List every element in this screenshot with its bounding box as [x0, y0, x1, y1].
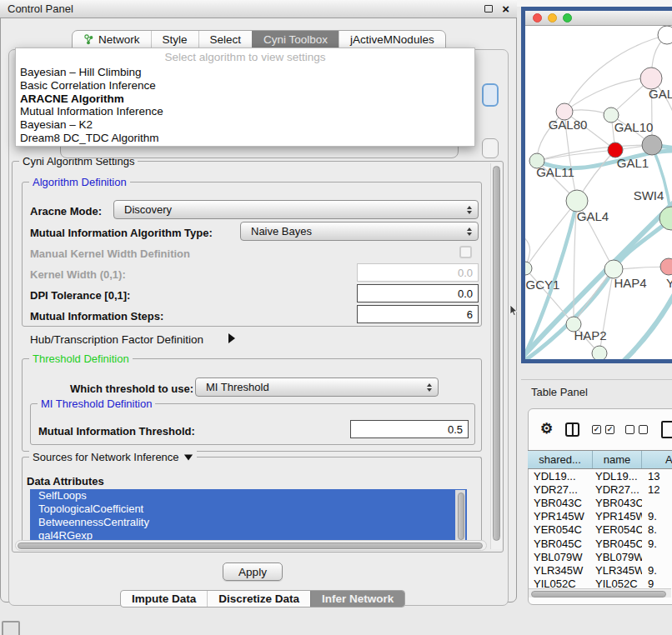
tab-select[interactable]: Select	[198, 31, 253, 48]
hub-section-label[interactable]: Hub/Transcription Factor Definition	[30, 333, 203, 346]
column-header-shared[interactable]: shared...	[528, 451, 593, 468]
algorithm-option-aracne-algorithm[interactable]: ARACNE Algorithm	[16, 92, 474, 106]
settings-vscrollbar-track[interactable]	[490, 163, 502, 549]
float-window-icon[interactable]	[484, 5, 493, 12]
tab-style[interactable]: Style	[151, 31, 198, 48]
mi-steps-field[interactable]: 6	[357, 305, 479, 323]
tab-network[interactable]: Network	[73, 31, 151, 48]
desktop: Control Panel × NetworkStyleSelectCyni T…	[0, 0, 672, 635]
network-node[interactable]	[658, 26, 672, 44]
tab-label: Cyni Toolbox	[263, 33, 328, 46]
table-hscrollbar-thumb[interactable]	[531, 591, 666, 598]
network-canvas[interactable]: GALGAL80GAL10GAL1GAL11GAL4SWI4GCY1HAP4YH…	[525, 26, 672, 359]
table-cell: 12	[642, 483, 672, 496]
network-node-gcy1[interactable]	[525, 262, 532, 275]
table-row[interactable]: YBL079WYBL079W	[528, 550, 672, 563]
node-label-gal1: GAL1	[617, 156, 649, 170]
algorithm-option-bayesian-k2[interactable]: Bayesian – K2	[16, 118, 474, 132]
combo-stepper-fragment[interactable]	[482, 83, 499, 107]
table-row[interactable]: YPR145WYPR145W9.	[528, 510, 672, 523]
network-node[interactable]	[642, 135, 662, 155]
close-icon[interactable]: ×	[502, 2, 509, 15]
node-label-hap2: HAP2	[574, 328, 606, 342]
traffic-light-zoom[interactable]	[563, 13, 572, 22]
table-cell: 8.	[642, 523, 672, 536]
traffic-light-minimize[interactable]	[548, 13, 557, 22]
network-node[interactable]	[592, 346, 607, 359]
network-edge[interactable]	[604, 292, 672, 359]
tab-label: Impute Data	[132, 592, 196, 605]
network-node-y[interactable]	[660, 258, 672, 275]
bottom-tab-discretize-data[interactable]: Discretize Data	[207, 591, 310, 607]
data-attributes-list[interactable]: SelfLoopsTopologicalCoefficientBetweenne…	[30, 489, 467, 545]
attribute-item-selfloops[interactable]: SelfLoops	[30, 489, 467, 502]
table-cell: YPR145W	[593, 510, 642, 522]
aracne-mode-label: Aracne Mode:	[30, 205, 102, 218]
gear-icon[interactable]: ⚙	[540, 420, 553, 438]
control-panel-title: Control Panel	[8, 2, 484, 15]
table-hscrollbar-track[interactable]	[529, 588, 671, 598]
split-columns-icon[interactable]	[565, 422, 579, 437]
kernel-width-field[interactable]: 0.0	[357, 263, 479, 282]
attributes-vscrollbar-thumb[interactable]	[458, 492, 464, 540]
control-panel-tabbar: NetworkStyleSelectCyni ToolboxjActiveMNo…	[72, 30, 446, 49]
column-header-name[interactable]: name	[593, 451, 642, 468]
attribute-item-topologicalcoefficient[interactable]: TopologicalCoefficient	[30, 502, 467, 516]
table-cell: 9.	[642, 510, 672, 522]
table-row[interactable]: YDL19...YDL19...13	[528, 469, 672, 482]
table-panel-divider	[521, 379, 672, 380]
settings-hscrollbar-track[interactable]	[15, 540, 487, 551]
table-row[interactable]: YDR27...YDR27...12	[528, 482, 672, 496]
collapse-down-icon[interactable]	[183, 454, 192, 460]
node-label-gal80: GAL80	[549, 118, 588, 132]
table-cell: YDL19...	[528, 470, 593, 482]
algorithm-option-basic-correlation-inference[interactable]: Basic Correlation Inference	[16, 79, 474, 92]
table-row[interactable]: YBR045CYBR045C9.	[528, 537, 672, 550]
traffic-light-close[interactable]	[533, 13, 542, 22]
network-edge[interactable]	[564, 78, 651, 112]
table-row[interactable]: YBR043CYBR043C	[528, 496, 672, 509]
table-row[interactable]: YLR345WYLR345W9.	[528, 563, 672, 577]
table-row[interactable]: YER054CYER054C8.	[528, 523, 672, 537]
apply-button[interactable]: Apply	[223, 562, 283, 581]
which-threshold-combo[interactable]: MI Threshold	[195, 378, 439, 397]
algorithm-option-bayesian-hill-climbing[interactable]: Bayesian – Hill Climbing	[16, 66, 474, 79]
bottom-tab-impute-data[interactable]: Impute Data	[121, 591, 207, 607]
minimized-panel-icon[interactable]	[2, 621, 20, 635]
mi-threshold-field[interactable]: 0.5	[350, 420, 469, 438]
which-threshold-label: Which threshold to use:	[70, 382, 193, 395]
node-label-gcy1: GCY1	[526, 278, 560, 292]
table-cell: 9.	[642, 564, 672, 577]
manual-kernel-width-checkbox[interactable]	[459, 246, 472, 258]
tab-cyni-toolbox[interactable]: Cyni Toolbox	[252, 31, 339, 48]
attribute-item-betweennesscentrality[interactable]: BetweennessCentrality	[30, 516, 467, 529]
mi-algorithm-type-combo[interactable]: Naive Bayes	[240, 222, 479, 241]
node-label-gal10: GAL10	[614, 120, 654, 134]
settings-vscrollbar-thumb[interactable]	[493, 166, 500, 541]
table-cell: YDR27...	[528, 483, 593, 496]
tab-label: Network	[98, 33, 140, 46]
algorithm-option-dream8-dc-tdc-algorithm[interactable]: Dream8 DC_TDC Algorithm	[16, 132, 474, 145]
table-cell: YLR345W	[528, 564, 593, 577]
dpi-tolerance-field[interactable]: 0.0	[357, 284, 479, 302]
combo-corner-fragment	[482, 138, 499, 158]
settings-hscrollbar-thumb[interactable]	[18, 542, 483, 549]
table-cell: YBL079W	[593, 551, 642, 563]
unchecked-checkbox-icon[interactable]	[625, 425, 634, 434]
table-cell: YBL079W	[528, 551, 593, 563]
checked-checkbox-icon[interactable]: ✓	[592, 425, 601, 434]
checked-checkbox-icon[interactable]: ✓	[605, 425, 614, 434]
document-icon[interactable]	[661, 421, 672, 438]
tab-jactivemnodules[interactable]: jActiveMNodules	[339, 31, 445, 48]
column-header-a[interactable]: A	[642, 451, 672, 468]
aracne-mode-combo[interactable]: Discovery	[113, 200, 479, 219]
table-cell: YBR045C	[593, 538, 642, 550]
manual-kernel-width-label: Manual Kernel Width Definition	[30, 248, 190, 260]
unchecked-checkbox-icon[interactable]	[639, 425, 648, 434]
table-cell: 9.	[642, 538, 672, 550]
attributes-vscrollbar-track[interactable]	[455, 490, 465, 544]
node-label-y: Y	[666, 276, 672, 290]
bottom-tab-infer-network[interactable]: Infer Network	[310, 591, 404, 607]
expand-right-icon[interactable]	[228, 333, 235, 343]
algorithm-option-mutual-information-inference[interactable]: Mutual Information Inference	[16, 105, 474, 118]
